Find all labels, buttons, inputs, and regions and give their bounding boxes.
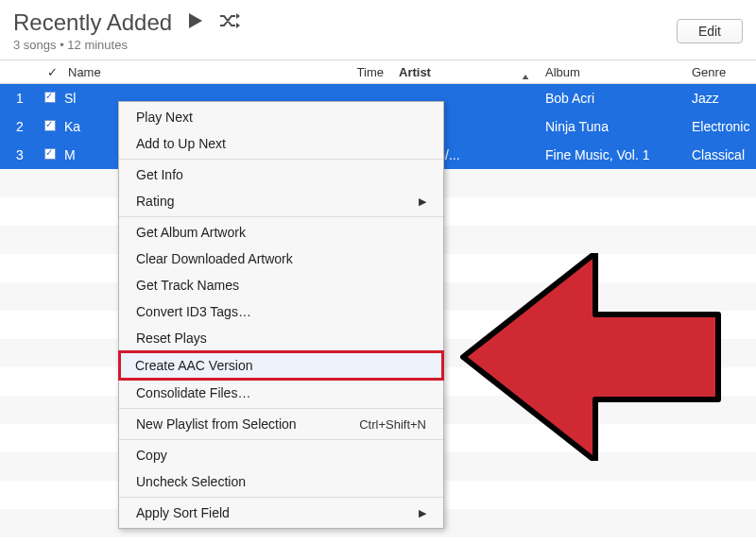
header: Recently Added 3 songs • 12 minutes Edit [0, 0, 756, 59]
menu-label: New Playlist from Selection [136, 416, 297, 432]
menu-add-up-next[interactable]: Add to Up Next [119, 130, 443, 157]
menu-label: Convert ID3 Tags… [136, 304, 251, 319]
menu-get-info[interactable]: Get Info [119, 161, 443, 188]
menu-label: Get Track Names [136, 278, 239, 293]
menu-separator [119, 408, 443, 409]
row-number: 3 [0, 147, 40, 162]
row-checkbox[interactable] [40, 147, 60, 162]
header-left: Recently Added 3 songs • 12 minutes [13, 9, 240, 52]
column-genre[interactable]: Genre [684, 65, 756, 79]
row-album: Fine Music, Vol. 1 [538, 147, 684, 162]
column-artist-label: Artist [399, 65, 431, 79]
row-number: 1 [0, 91, 40, 106]
row-genre: Electronic [684, 119, 756, 134]
menu-label: Rating [136, 194, 174, 209]
menu-consolidate-files[interactable]: Consolidate Files… [119, 380, 443, 406]
row-checkbox[interactable] [40, 91, 60, 106]
row-number: 2 [0, 119, 40, 134]
row-genre: Classical [684, 147, 756, 162]
menu-label: Copy [136, 448, 167, 463]
svg-marker-3 [522, 75, 529, 79]
column-check[interactable]: ✓ [40, 65, 60, 79]
menu-get-album-artwork[interactable]: Get Album Artwork [119, 219, 443, 246]
play-icon[interactable] [187, 12, 204, 33]
row-checkbox[interactable] [40, 119, 60, 134]
row-album: Ninja Tuna [538, 119, 684, 134]
menu-rating[interactable]: Rating▶ [119, 188, 443, 214]
submenu-arrow-icon: ▶ [419, 507, 426, 519]
menu-label: Apply Sort Field [136, 505, 230, 520]
column-artist[interactable]: Artist [391, 65, 538, 79]
column-header-row: ✓ Name Time Artist Album Genre [0, 59, 756, 84]
menu-separator [119, 439, 443, 440]
menu-label: Create AAC Version [135, 358, 253, 373]
menu-label: Add to Up Next [136, 136, 226, 151]
menu-label: Consolidate Files… [136, 385, 250, 400]
menu-label: Play Next [136, 110, 193, 125]
menu-shortcut: Ctrl+Shift+N [359, 417, 426, 432]
row-album: Bob Acri [538, 91, 684, 106]
menu-apply-sort-field[interactable]: Apply Sort Field▶ [119, 500, 443, 526]
svg-marker-2 [236, 23, 240, 28]
menu-create-aac-version[interactable]: Create AAC Version [118, 350, 444, 381]
menu-separator [119, 159, 443, 160]
menu-clear-downloaded-artwork[interactable]: Clear Downloaded Artwork [119, 246, 443, 272]
menu-uncheck-selection[interactable]: Uncheck Selection [119, 468, 443, 495]
page-title: Recently Added [13, 9, 172, 36]
menu-label: Get Info [136, 167, 183, 182]
menu-convert-id3[interactable]: Convert ID3 Tags… [119, 298, 443, 325]
menu-copy[interactable]: Copy [119, 442, 443, 468]
column-album[interactable]: Album [538, 65, 684, 79]
subtitle: 3 songs • 12 minutes [13, 38, 240, 52]
column-name[interactable]: Name [60, 65, 339, 79]
menu-label: Reset Plays [136, 331, 207, 346]
menu-play-next[interactable]: Play Next [119, 104, 443, 130]
menu-reset-plays[interactable]: Reset Plays [119, 325, 443, 351]
menu-separator [119, 497, 443, 498]
row-genre: Jazz [684, 91, 756, 106]
column-time[interactable]: Time [339, 65, 391, 79]
menu-label: Clear Downloaded Artwork [136, 251, 293, 266]
svg-marker-1 [236, 13, 240, 19]
svg-marker-0 [189, 13, 202, 28]
sort-ascending-icon [521, 71, 530, 79]
menu-label: Get Album Artwork [136, 225, 246, 240]
context-menu: Play Next Add to Up Next Get Info Rating… [118, 101, 444, 529]
menu-get-track-names[interactable]: Get Track Names [119, 272, 443, 298]
submenu-arrow-icon: ▶ [419, 195, 426, 208]
menu-separator [119, 216, 443, 217]
menu-label: Uncheck Selection [136, 474, 246, 489]
shuffle-icon[interactable] [219, 13, 240, 32]
menu-new-playlist-from-selection[interactable]: New Playlist from SelectionCtrl+Shift+N [119, 411, 443, 437]
edit-button[interactable]: Edit [677, 19, 743, 43]
